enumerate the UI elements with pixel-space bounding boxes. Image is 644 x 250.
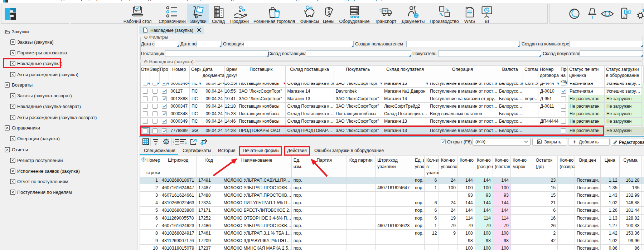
svg-text:3: 3: [173, 143, 174, 145]
svg-text:2: 2: [173, 141, 174, 143]
svg-text:1: 1: [173, 138, 174, 141]
svg-text:$: $: [328, 11, 330, 16]
